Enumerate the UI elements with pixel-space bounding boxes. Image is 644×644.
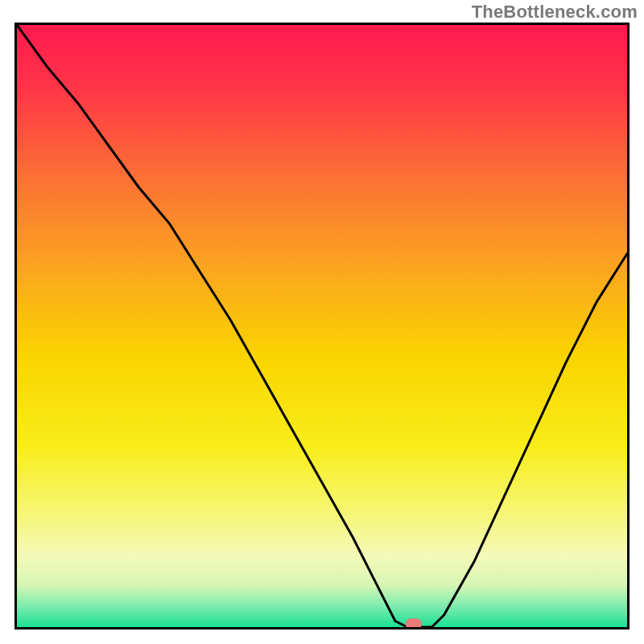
optimal-marker [17, 25, 627, 627]
watermark-text: TheBottleneck.com [472, 2, 638, 23]
svg-rect-1 [406, 618, 422, 630]
chart-frame [14, 23, 630, 630]
